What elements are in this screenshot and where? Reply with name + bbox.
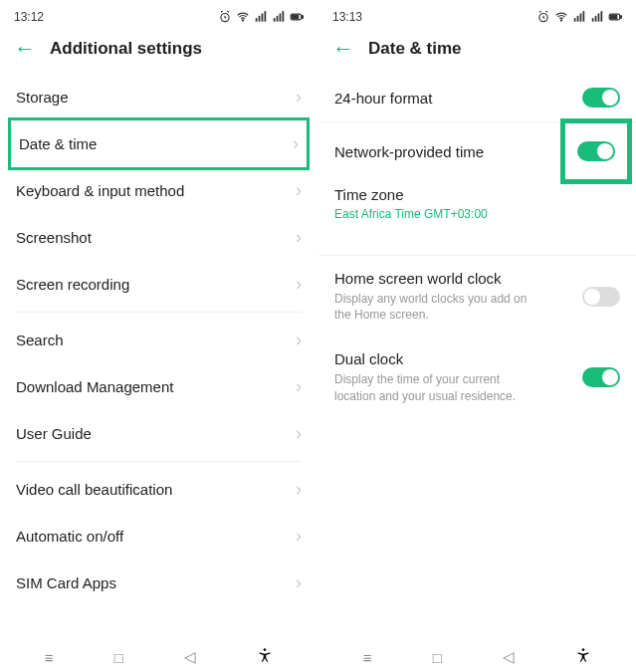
svg-rect-25 xyxy=(620,16,621,18)
chevron-right-icon: › xyxy=(296,87,302,108)
toggle-world-clock[interactable] xyxy=(582,287,620,307)
row-label: User Guide xyxy=(16,425,92,442)
toggle-network-time[interactable] xyxy=(577,141,615,161)
svg-rect-8 xyxy=(280,14,282,22)
status-time: 13:13 xyxy=(332,10,362,24)
row-label: Automatic on/off xyxy=(16,528,123,545)
row-label: Date & time xyxy=(19,135,97,152)
alarm-icon xyxy=(536,10,550,24)
svg-rect-21 xyxy=(595,16,597,22)
back-icon[interactable]: ← xyxy=(332,38,354,60)
row-download[interactable]: Download Management › xyxy=(0,363,318,410)
status-icons xyxy=(536,10,622,24)
header: ← Date & time xyxy=(318,28,636,74)
chevron-right-icon: › xyxy=(296,376,302,397)
date-time-list: 24-hour format Network-provided time Tim… xyxy=(318,74,636,642)
svg-point-15 xyxy=(560,20,561,21)
signal-icon-2 xyxy=(272,10,286,24)
chevron-right-icon: › xyxy=(296,526,302,547)
settings-list: Storage › Date & time › Keyboard & input… xyxy=(0,74,318,642)
row-search[interactable]: Search › xyxy=(0,317,318,363)
row-label: Keyboard & input method xyxy=(16,182,184,199)
svg-rect-3 xyxy=(259,16,261,22)
row-24h-format[interactable]: 24-hour format xyxy=(318,74,636,121)
row-label: Storage xyxy=(16,89,69,106)
page-title: Date & time xyxy=(368,39,462,59)
battery-icon xyxy=(290,10,304,24)
row-world-clock[interactable]: Home screen world clock Display any worl… xyxy=(318,256,636,336)
toggle-24h[interactable] xyxy=(582,88,620,108)
row-sim-apps[interactable]: SIM Card Apps › xyxy=(0,560,318,606)
toggle-dual-clock[interactable] xyxy=(582,367,620,387)
svg-rect-6 xyxy=(274,18,276,22)
status-bar: 13:13 xyxy=(318,0,636,28)
svg-rect-11 xyxy=(302,16,303,18)
svg-point-1 xyxy=(242,20,243,21)
row-label: Screen recording xyxy=(16,276,129,293)
accessibility-icon[interactable] xyxy=(575,647,591,668)
chevron-right-icon: › xyxy=(296,180,302,201)
signal-icon xyxy=(572,10,586,24)
chevron-right-icon: › xyxy=(296,227,302,248)
row-sub: Display the time of your current locatio… xyxy=(334,371,543,403)
screen-date-time: 13:13 ← Date & time 24-hour format Netwo… xyxy=(318,0,636,672)
row-sub: Display any world clocks you add on the … xyxy=(334,291,543,323)
nav-home-icon[interactable]: □ xyxy=(433,649,442,666)
nav-bar: ≡ □ ◁ xyxy=(0,642,318,672)
nav-recent-icon[interactable]: ≡ xyxy=(45,649,54,666)
row-label: SIM Card Apps xyxy=(16,574,116,591)
wifi-icon xyxy=(236,10,250,24)
row-auto-onoff[interactable]: Automatic on/off › xyxy=(0,513,318,560)
svg-point-13 xyxy=(264,648,267,651)
divider xyxy=(16,461,302,462)
row-storage[interactable]: Storage › xyxy=(0,74,318,120)
wifi-icon xyxy=(554,10,568,24)
chevron-right-icon: › xyxy=(293,133,299,154)
signal-icon xyxy=(254,10,268,24)
row-label: Search xyxy=(16,332,64,348)
svg-rect-20 xyxy=(592,18,594,22)
row-label: Download Management xyxy=(16,378,173,395)
nav-back-icon[interactable]: ◁ xyxy=(503,648,515,666)
toggle-highlight xyxy=(560,118,632,184)
row-network-time[interactable]: Network-provided time xyxy=(318,122,636,180)
row-screenshot[interactable]: Screenshot › xyxy=(0,214,318,261)
row-dual-clock[interactable]: Dual clock Display the time of your curr… xyxy=(318,336,636,417)
accessibility-icon[interactable] xyxy=(257,647,273,668)
svg-rect-18 xyxy=(580,14,582,22)
header: ← Additional settings xyxy=(0,28,318,74)
row-user-guide[interactable]: User Guide › xyxy=(0,410,318,457)
nav-recent-icon[interactable]: ≡ xyxy=(363,649,372,666)
row-screen-recording[interactable]: Screen recording › xyxy=(0,261,318,308)
back-icon[interactable]: ← xyxy=(14,38,36,60)
chevron-right-icon: › xyxy=(296,274,302,295)
svg-rect-2 xyxy=(256,18,258,22)
nav-home-icon[interactable]: □ xyxy=(114,649,123,666)
svg-rect-7 xyxy=(277,16,279,22)
status-bar: 13:12 xyxy=(0,0,318,28)
signal-icon-2 xyxy=(590,10,604,24)
row-label: Video call beautification xyxy=(16,481,172,498)
svg-point-27 xyxy=(582,648,585,651)
chevron-right-icon: › xyxy=(296,479,302,500)
row-label: Screenshot xyxy=(16,229,92,246)
timezone-value: East Africa Time GMT+03:00 xyxy=(334,207,488,221)
alarm-icon xyxy=(218,10,232,24)
row-timezone[interactable]: Time zone East Africa Time GMT+03:00 xyxy=(318,180,636,235)
divider xyxy=(16,312,302,313)
status-icons xyxy=(218,10,304,24)
svg-rect-16 xyxy=(574,18,576,22)
svg-rect-12 xyxy=(292,15,298,19)
nav-back-icon[interactable]: ◁ xyxy=(184,648,196,666)
svg-rect-19 xyxy=(583,11,585,22)
svg-rect-22 xyxy=(598,14,600,22)
row-date-time[interactable]: Date & time › xyxy=(8,117,310,170)
row-video-call[interactable]: Video call beautification › xyxy=(0,466,318,513)
svg-rect-17 xyxy=(577,16,579,22)
row-label: Time zone xyxy=(334,186,488,203)
row-label: Network-provided time xyxy=(334,143,484,160)
row-keyboard[interactable]: Keyboard & input method › xyxy=(0,167,318,214)
svg-rect-23 xyxy=(601,11,603,22)
chevron-right-icon: › xyxy=(296,423,302,444)
svg-rect-4 xyxy=(262,14,264,22)
